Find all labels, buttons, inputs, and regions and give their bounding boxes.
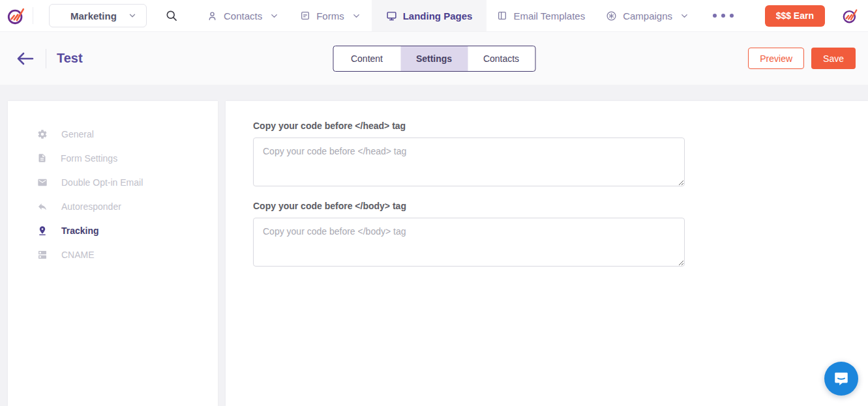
nav-item-label: Campaigns xyxy=(623,10,672,22)
sidebar-item-tracking[interactable]: Tracking xyxy=(8,218,218,242)
page-title: Test xyxy=(57,51,83,66)
tracking-settings-panel: Copy your code before </head> tag Copy y… xyxy=(226,101,868,406)
engagebay-logo-icon xyxy=(7,6,26,25)
nav-item-landing-pages[interactable]: Landing Pages xyxy=(372,0,487,31)
head-code-label: Copy your code before </head> tag xyxy=(253,121,868,131)
back-arrow-icon xyxy=(16,51,34,66)
nav-item-campaigns[interactable]: Campaigns xyxy=(595,0,700,31)
app-logo[interactable] xyxy=(0,6,33,25)
nav-item-label: Landing Pages xyxy=(403,10,473,22)
reply-icon xyxy=(37,201,48,212)
nav-item-contacts[interactable]: Contacts xyxy=(196,0,290,31)
account-avatar[interactable] xyxy=(842,7,859,24)
body-code-field-group: Copy your code before </body> tag xyxy=(253,201,868,267)
sidebar-item-cname[interactable]: CNAME xyxy=(8,242,218,267)
app-switcher-dropdown[interactable]: Marketing xyxy=(49,4,147,27)
tab-content[interactable]: Content xyxy=(333,46,400,71)
body-code-label: Copy your code before </body> tag xyxy=(253,201,868,211)
header-divider xyxy=(46,49,46,68)
chevron-down-icon xyxy=(128,11,137,20)
page-tabs: Content Settings Contacts xyxy=(333,46,535,72)
form-icon xyxy=(300,10,310,21)
settings-sidebar: General Form Settings Double Opt-in Emai… xyxy=(8,101,218,406)
chevron-down-icon xyxy=(680,11,689,21)
save-button[interactable]: Save xyxy=(811,48,856,69)
content-area: General Form Settings Double Opt-in Emai… xyxy=(0,85,868,406)
nav-item-email-templates[interactable]: Email Templates xyxy=(486,0,595,31)
sidebar-item-label: General xyxy=(61,129,94,139)
columns-icon xyxy=(497,10,507,21)
sidebar-item-autoresponder[interactable]: Autoresponder xyxy=(8,194,218,218)
chat-bubble-icon xyxy=(833,370,850,387)
pin-drop-icon xyxy=(37,225,48,236)
search-button[interactable] xyxy=(165,9,178,22)
sidebar-item-label: Tracking xyxy=(61,225,99,236)
sidebar-item-label: CNAME xyxy=(61,250,95,260)
avatar-logo-icon xyxy=(842,7,859,24)
chevron-down-icon xyxy=(269,11,279,21)
sidebar-item-label: Double Opt-in Email xyxy=(61,177,143,188)
top-navbar: Marketing Contacts Forms xyxy=(0,0,868,32)
navbar-right: $$$ Earn xyxy=(765,5,868,27)
sidebar-item-label: Form Settings xyxy=(61,153,117,164)
app-switcher-label: Marketing xyxy=(70,10,117,22)
person-icon xyxy=(207,10,218,22)
nav-item-label: Forms xyxy=(316,10,344,22)
document-icon xyxy=(37,153,47,163)
sidebar-item-form-settings[interactable]: Form Settings xyxy=(8,146,218,170)
preview-button[interactable]: Preview xyxy=(748,48,804,69)
sidebar-item-general[interactable]: General xyxy=(8,122,218,146)
page-header: Test Content Settings Contacts Preview S… xyxy=(0,32,868,85)
sidebar-item-double-opt-in-email[interactable]: Double Opt-in Email xyxy=(8,170,218,194)
more-menu-button[interactable] xyxy=(709,10,738,22)
nav-item-forms[interactable]: Forms xyxy=(290,0,372,31)
sidebar-item-label: Autoresponder xyxy=(61,201,121,212)
tab-contacts[interactable]: Contacts xyxy=(468,46,535,71)
tab-settings[interactable]: Settings xyxy=(400,46,468,71)
navbar-divider xyxy=(33,7,33,24)
earn-button[interactable]: $$$ Earn xyxy=(765,5,825,27)
head-code-textarea[interactable] xyxy=(253,138,685,186)
dns-icon xyxy=(37,250,48,260)
gear-icon xyxy=(37,129,48,139)
body-code-textarea[interactable] xyxy=(253,218,685,267)
nav-item-label: Contacts xyxy=(224,10,262,22)
envelope-icon xyxy=(37,177,48,188)
nav-item-label: Email Templates xyxy=(513,10,585,22)
main-nav: Contacts Forms Landing Pages xyxy=(196,0,700,31)
monitor-icon xyxy=(386,10,397,22)
chevron-down-icon xyxy=(352,11,361,21)
search-icon xyxy=(165,9,178,22)
ellipsis-icon xyxy=(713,14,717,18)
head-code-field-group: Copy your code before </head> tag xyxy=(253,121,868,186)
asterisk-circle-icon xyxy=(606,10,617,22)
chat-launcher-button[interactable] xyxy=(824,362,858,396)
back-button[interactable] xyxy=(13,49,37,68)
